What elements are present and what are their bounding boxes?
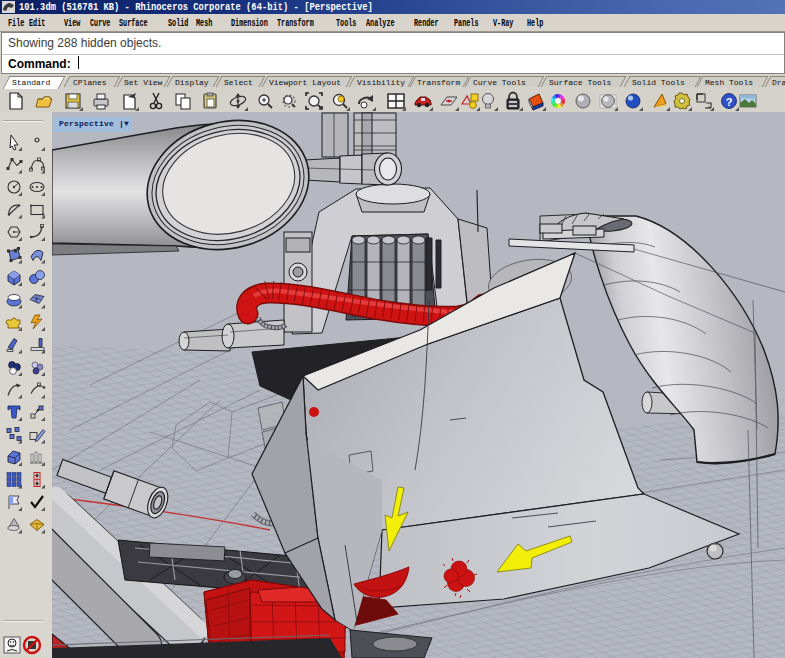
svg-text:?: ?: [726, 96, 733, 108]
